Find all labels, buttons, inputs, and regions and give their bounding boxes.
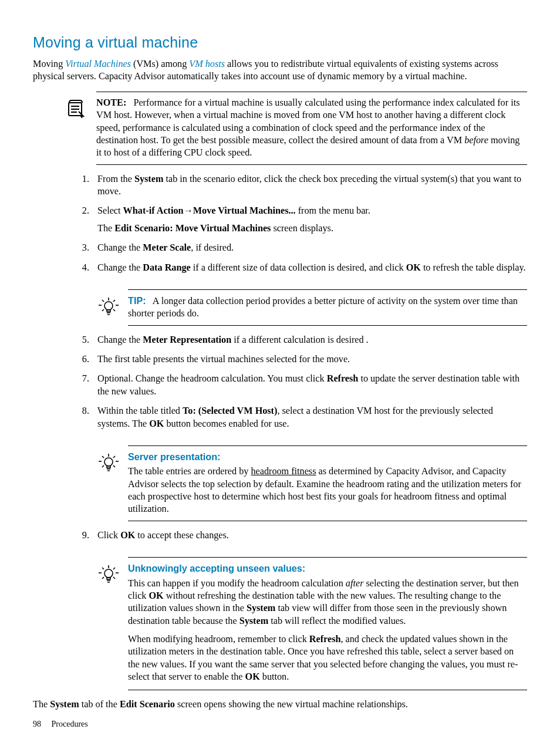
unseen-values-callout: Unknowingly accepting unseen values: Thi…: [33, 557, 527, 690]
text: button becomes enabled for use.: [164, 418, 289, 429]
text: The table entries are ordered by: [128, 466, 251, 477]
text: from the menu bar.: [296, 205, 370, 216]
procedure-steps: 9. Click OK to accept these changes.: [75, 529, 527, 549]
step-number: 8.: [75, 405, 89, 417]
lightbulb-icon: [99, 453, 119, 475]
link-virtual-machines[interactable]: Virtual Machines: [65, 59, 131, 69]
intro-paragraph: Moving Virtual Machines (VMs) among VM h…: [33, 58, 527, 83]
step-number: 6.: [75, 353, 89, 366]
svg-line-27: [113, 577, 115, 579]
bold: Refresh: [309, 634, 341, 644]
step: 5. Change the Meter Representation if a …: [75, 334, 527, 353]
procedure-steps: 5. Change the Meter Representation if a …: [75, 334, 527, 437]
bold: OK: [120, 530, 135, 541]
svg-line-24: [102, 568, 104, 569]
footer-section: Procedures: [52, 720, 88, 728]
step-number: 3.: [75, 242, 89, 254]
unseen-values-label: Unknowingly accepting unseen values:: [128, 562, 527, 575]
svg-line-10: [102, 309, 104, 311]
step-number: 5.: [75, 334, 89, 346]
step-number: 7.: [75, 373, 89, 385]
text: screen displays.: [271, 223, 333, 234]
note-text: Performance for a virtual machine is usu…: [96, 97, 519, 146]
arrow: →: [184, 205, 193, 216]
link-vm-hosts[interactable]: VM hosts: [189, 59, 225, 69]
bold: Edit Scenario: Move Virtual Machines: [114, 223, 271, 234]
svg-line-18: [102, 465, 104, 467]
bold: OK: [149, 418, 164, 429]
bold: What-if Action: [123, 205, 184, 216]
svg-line-17: [113, 456, 115, 458]
section-heading: Moving a virtual machine: [33, 33, 527, 52]
svg-line-25: [113, 568, 115, 569]
text: The first table presents the virtual mac…: [97, 354, 350, 364]
bold: System: [239, 616, 268, 626]
text: Within the table titled: [97, 406, 183, 416]
step: 8. Within the table titled To: (Selected…: [75, 405, 527, 437]
note-label: NOTE:: [96, 97, 126, 108]
text: to refresh the table display.: [421, 262, 526, 273]
bold: System: [50, 699, 79, 710]
text: Click: [97, 530, 120, 541]
server-presentation-callout: Server presentation: The table entries a…: [33, 445, 527, 521]
step: 3. Change the Meter Scale, if desired.: [75, 242, 527, 261]
step-number: 4.: [75, 262, 89, 274]
tip-text: A longer data collection period provides…: [128, 296, 518, 319]
bold: Edit Scenario: [120, 699, 175, 710]
text: Select: [97, 205, 123, 216]
bold: To: (Selected VM Host): [183, 406, 277, 416]
italic: after: [346, 578, 364, 589]
bold: System: [134, 174, 163, 184]
server-presentation-label: Server presentation:: [128, 451, 527, 463]
page-footer: 98 Procedures: [33, 719, 88, 730]
text: Change the: [97, 242, 143, 253]
text: if a different size of data collection i…: [191, 262, 406, 273]
bold: Meter Scale: [143, 242, 191, 253]
procedure-steps: 1. From the System tab in the scenario e…: [75, 173, 527, 281]
text: This can happen if you modify the headro…: [128, 578, 346, 589]
lightbulb-icon: [99, 564, 119, 586]
text: Change the: [97, 262, 143, 273]
step: 1. From the System tab in the scenario e…: [75, 173, 527, 205]
text: The: [33, 699, 50, 710]
bold: Data Range: [143, 262, 190, 273]
svg-line-9: [113, 300, 115, 302]
step-number: 9.: [75, 529, 89, 542]
note-callout: NOTE: Performance for a virtual machine …: [33, 92, 527, 165]
text: to accept these changes.: [135, 530, 229, 541]
svg-line-16: [102, 456, 104, 458]
svg-line-26: [102, 577, 104, 579]
tip-label: TIP:: [128, 295, 146, 306]
bold: Move Virtual Machines...: [193, 205, 296, 216]
text: When modifying headroom, remember to cli…: [128, 634, 309, 644]
text: tab of the: [79, 699, 120, 710]
bold: System: [247, 603, 275, 613]
text: Optional. Change the headroom calculatio…: [97, 373, 327, 384]
svg-line-8: [102, 300, 104, 302]
svg-point-4: [104, 302, 113, 310]
lightbulb-icon: [99, 296, 119, 319]
step: 9. Click OK to accept these changes.: [75, 529, 527, 549]
text: (VMs) among: [131, 59, 189, 69]
step: 4. Change the Data Range if a different …: [75, 262, 527, 281]
bold: OK: [245, 671, 260, 682]
headroom-fitness-term: headroom fitness: [251, 466, 316, 477]
bold: OK: [149, 590, 164, 601]
step: 6. The first table presents the virtual …: [75, 353, 527, 373]
text: Moving: [33, 59, 65, 69]
tip-callout: TIP: A longer data collection period pro…: [33, 289, 527, 326]
text: From the: [97, 174, 134, 184]
bold: OK: [406, 262, 421, 273]
svg-line-11: [113, 309, 115, 311]
page-number: 98: [33, 720, 41, 728]
text: screen opens showing the new virtual mac…: [175, 699, 408, 710]
text: button.: [260, 671, 289, 682]
note-icon: [66, 99, 86, 119]
text: , if desired.: [191, 242, 234, 253]
svg-point-20: [104, 569, 113, 578]
bold: Refresh: [327, 373, 359, 384]
step-number: 2.: [75, 205, 89, 217]
text: if a different calculation is desired .: [231, 335, 368, 345]
bold: Meter Representation: [143, 335, 231, 345]
text: The: [97, 223, 114, 234]
